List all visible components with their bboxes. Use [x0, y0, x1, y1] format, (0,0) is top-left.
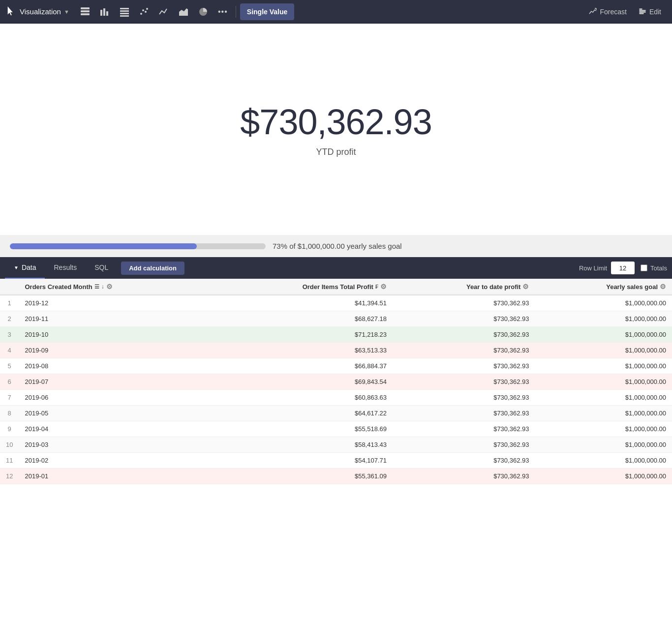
- total-profit-settings-icon[interactable]: ⚙: [380, 283, 387, 291]
- table-row: 9 2019-04 $55,518.69 $730,362.93 $1,000,…: [0, 421, 672, 437]
- yearly-sales-goal-settings-icon[interactable]: ⚙: [660, 283, 666, 291]
- single-value-label: Single Value: [247, 8, 287, 16]
- filter-icon: ☰: [94, 284, 99, 290]
- total-profit-cell: $41,394.51: [209, 295, 393, 311]
- goal-bar-text: 73% of $1,000,000.00 yearly sales goal: [273, 242, 402, 250]
- orders-created-month-cell: 2019-05: [19, 406, 209, 421]
- orders-created-month-cell: 2019-01: [19, 468, 209, 484]
- bar-chart-icon: [100, 7, 110, 17]
- orders-created-month-cell: 2019-03: [19, 437, 209, 453]
- single-value-label: YTD profit: [316, 147, 356, 157]
- table-row: 6 2019-07 $69,843.54 $730,362.93 $1,000,…: [0, 374, 672, 390]
- orders-created-month-cell: 2019-12: [19, 295, 209, 311]
- ytd-profit-settings-icon[interactable]: ⚙: [522, 283, 529, 291]
- col-header-ytd-profit[interactable]: Year to date profit ⚙: [393, 279, 535, 295]
- row-num-cell: 1: [0, 295, 19, 311]
- pie-chart-button[interactable]: [194, 3, 212, 20]
- totals-label[interactable]: Totals: [641, 264, 667, 272]
- totals-text: Totals: [650, 264, 667, 272]
- ytd-profit-cell: $730,362.93: [393, 295, 535, 311]
- brand-label: Visualization: [20, 7, 61, 16]
- tab-sql[interactable]: SQL: [86, 257, 117, 279]
- dropdown-chevron-icon[interactable]: ▼: [64, 9, 69, 15]
- total-profit-cell: $54,107.71: [209, 453, 393, 468]
- ytd-profit-cell: $730,362.93: [393, 374, 535, 390]
- ellipsis-icon: •••: [218, 7, 228, 16]
- area-chart-icon: [179, 7, 188, 17]
- tab-results[interactable]: Results: [45, 257, 86, 279]
- ytd-profit-cell: $730,362.93: [393, 343, 535, 358]
- svg-rect-5: [106, 11, 108, 16]
- col-header-total-profit[interactable]: Order Items Total Profit ₣ ⚙: [209, 279, 393, 295]
- total-profit-label: Order Items Total Profit: [303, 283, 373, 291]
- visualization-brand[interactable]: Visualization ▼: [6, 6, 69, 17]
- orders-created-month-cell: 2019-09: [19, 343, 209, 358]
- total-profit-cell: $60,863.63: [209, 390, 393, 406]
- ytd-profit-cell: $730,362.93: [393, 453, 535, 468]
- yearly-sales-goal-cell: $1,000,000.00: [535, 390, 672, 406]
- pie-chart-icon: [198, 7, 208, 17]
- forecast-button[interactable]: Forecast: [584, 3, 631, 20]
- svg-rect-3: [100, 10, 102, 16]
- yearly-sales-goal-cell: $1,000,000.00: [535, 437, 672, 453]
- edit-button[interactable]: Edit: [634, 3, 666, 20]
- total-profit-cell: $71,218.23: [209, 327, 393, 343]
- svg-rect-6: [120, 8, 129, 9]
- forecast-icon: [589, 8, 597, 16]
- svg-rect-4: [103, 8, 105, 16]
- add-calculation-button[interactable]: Add calculation: [121, 262, 184, 275]
- row-limit-input[interactable]: [611, 262, 635, 274]
- total-profit-cell: $55,518.69: [209, 421, 393, 437]
- data-panel-tabs: ▼ Data Results SQL Add calculation Row L…: [0, 257, 672, 279]
- yearly-sales-goal-cell: $1,000,000.00: [535, 421, 672, 437]
- total-profit-cell: $66,884.37: [209, 358, 393, 374]
- row-num-cell: 4: [0, 343, 19, 358]
- table-row: 12 2019-01 $55,361.09 $730,362.93 $1,000…: [0, 468, 672, 484]
- more-options-button[interactable]: •••: [214, 3, 232, 20]
- table-row: 7 2019-06 $60,863.63 $730,362.93 $1,000,…: [0, 390, 672, 406]
- row-num-cell: 11: [0, 453, 19, 468]
- bar-chart-button[interactable]: [96, 3, 114, 20]
- total-profit-cell: $58,413.43: [209, 437, 393, 453]
- ytd-profit-cell: $730,362.93: [393, 327, 535, 343]
- table-row: 8 2019-05 $64,617.22 $730,362.93 $1,000,…: [0, 406, 672, 421]
- scatter-chart-button[interactable]: [135, 3, 153, 20]
- single-value-area: $730,362.93 YTD profit: [0, 24, 672, 235]
- line-chart-button[interactable]: [155, 3, 173, 20]
- list-icon: [120, 7, 129, 17]
- row-num-cell: 9: [0, 421, 19, 437]
- data-table: Orders Created Month ☰ ↓ ⚙ Order Items T…: [0, 279, 672, 484]
- table-row: 3 2019-10 $71,218.23 $730,362.93 $1,000,…: [0, 327, 672, 343]
- single-value-number: $730,362.93: [240, 102, 431, 142]
- list-view-button[interactable]: [116, 3, 133, 20]
- total-profit-cell: $64,617.22: [209, 406, 393, 421]
- edit-icon: [639, 8, 646, 16]
- area-chart-button[interactable]: [175, 3, 192, 20]
- row-num-cell: 12: [0, 468, 19, 484]
- row-num-cell: 7: [0, 390, 19, 406]
- yearly-sales-goal-cell: $1,000,000.00: [535, 295, 672, 311]
- orders-month-settings-icon[interactable]: ⚙: [106, 283, 113, 291]
- ytd-profit-cell: $730,362.93: [393, 390, 535, 406]
- svg-marker-14: [179, 8, 188, 16]
- col-header-yearly-sales-goal[interactable]: Yearly sales goal ⚙: [535, 279, 672, 295]
- totals-checkbox[interactable]: [641, 264, 647, 271]
- table-view-button[interactable]: [76, 3, 94, 20]
- edit-label: Edit: [649, 8, 661, 16]
- ytd-profit-cell: $730,362.93: [393, 437, 535, 453]
- tab-data[interactable]: ▼ Data: [5, 257, 45, 279]
- svg-rect-9: [120, 15, 129, 17]
- row-limit-label: Row Limit: [579, 264, 607, 272]
- svg-rect-8: [120, 13, 129, 14]
- toolbar: Visualization ▼: [0, 0, 672, 24]
- scatter-icon: [139, 7, 149, 17]
- single-value-button[interactable]: Single Value: [240, 3, 294, 20]
- yearly-sales-goal-label: Yearly sales goal: [606, 283, 658, 291]
- table-row: 5 2019-08 $66,884.37 $730,362.93 $1,000,…: [0, 358, 672, 374]
- ytd-profit-cell: $730,362.93: [393, 421, 535, 437]
- ytd-profit-cell: $730,362.93: [393, 358, 535, 374]
- svg-rect-2: [81, 13, 90, 15]
- yearly-sales-goal-cell: $1,000,000.00: [535, 406, 672, 421]
- svg-rect-20: [640, 13, 643, 14]
- col-header-orders-created-month[interactable]: Orders Created Month ☰ ↓ ⚙: [19, 279, 209, 295]
